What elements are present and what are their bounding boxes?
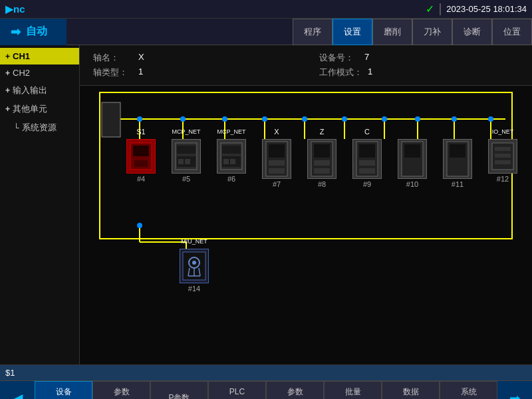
device-x7-icon xyxy=(262,139,291,179)
info-panel: 轴名： X 设备号： 7 轴类型： 1 工作模式： 1 xyxy=(80,45,532,86)
device-miu14[interactable]: MIU_NET #14 xyxy=(173,235,215,293)
device-mcp5-icon xyxy=(172,139,201,174)
device-s1-label: S1 xyxy=(136,126,145,138)
nav-tool-comp[interactable]: 刀补 xyxy=(412,19,452,45)
btm-btn-data-manage[interactable]: 数据 管理 ▼ xyxy=(382,381,440,400)
device-11[interactable]: #11 xyxy=(436,126,479,188)
svg-point-17 xyxy=(342,116,347,122)
sidebar-label-other: 其他单元 xyxy=(13,103,47,115)
svg-rect-38 xyxy=(223,159,229,164)
mode-arrow-icon: ➡ xyxy=(11,25,21,39)
svg-rect-34 xyxy=(185,159,190,164)
svg-rect-33 xyxy=(178,159,184,164)
svg-rect-51 xyxy=(359,168,375,174)
sidebar-item-ch1[interactable]: + CH1 xyxy=(0,48,79,65)
nav-position[interactable]: 位置 xyxy=(492,19,532,45)
device-c9-icon xyxy=(352,139,382,179)
nav-program[interactable]: 程序 xyxy=(293,19,332,45)
device-10[interactable]: #10 xyxy=(391,126,434,188)
device-s1-icon xyxy=(126,139,156,174)
btm-btn-plc-switch[interactable]: PLC 开关 ▼ xyxy=(208,381,266,400)
device-mcp5-label: MCP_NET xyxy=(172,126,200,138)
svg-rect-36 xyxy=(222,146,241,154)
content-panel: 轴名： X 设备号： 7 轴类型： 1 工作模式： 1 xyxy=(80,45,532,364)
device-11-number: #11 xyxy=(452,180,464,188)
svg-rect-59 xyxy=(495,160,511,164)
device-no-label: 设备号： xyxy=(319,52,359,64)
plus-icon-ch2: + xyxy=(5,68,10,78)
statusbar: $1 xyxy=(0,364,532,380)
svg-point-12 xyxy=(137,116,142,122)
btm-btn-p-param[interactable]: P参数 ▼ xyxy=(150,381,208,400)
bottom-next-button[interactable]: ➡ xyxy=(497,381,532,400)
svg-point-13 xyxy=(180,116,186,122)
device-z8-number: #8 xyxy=(318,180,326,188)
work-mode-value: 1 xyxy=(368,66,372,78)
axis-name-label: 轴名： xyxy=(93,52,133,64)
titlebar: ▶nc ✓ 2023-05-25 18:01:34 xyxy=(0,0,532,19)
device-z8-icon xyxy=(307,139,336,179)
svg-point-20 xyxy=(452,116,457,122)
device-mcp6[interactable]: MCP_NET #6 xyxy=(210,126,253,183)
device-c9-number: #9 xyxy=(363,180,371,188)
svg-rect-28 xyxy=(133,146,149,156)
device-io12-label: IO_NET xyxy=(492,126,514,138)
sidebar: + CH1 + CH2 + 输入输出 + 其他单元 └ 系统资源 xyxy=(0,45,80,364)
device-no-row: 设备号： 7 xyxy=(319,52,519,64)
device-io13[interactable]: IO_NET #13 xyxy=(527,126,532,183)
datetime: 2023-05-25 18:01:34 xyxy=(446,4,527,14)
device-mcp6-number: #6 xyxy=(227,175,235,183)
device-z8-label: Z xyxy=(320,126,325,138)
svg-rect-22 xyxy=(102,102,120,137)
network-diagram: S1 #4 MCP_NET #5 MCP_NET xyxy=(80,86,532,299)
svg-rect-47 xyxy=(314,168,330,174)
device-io12[interactable]: IO_NET #12 xyxy=(481,126,524,183)
miu-label: MIU_NET xyxy=(181,235,207,247)
device-s1[interactable]: S1 #4 xyxy=(120,126,162,183)
btm-btn-device-config[interactable]: 设备 配置 ▼ xyxy=(35,381,92,400)
sidebar-item-other[interactable]: + 其他单元 xyxy=(0,100,79,118)
status-text: $1 xyxy=(5,368,15,378)
miu-number: #14 xyxy=(188,285,200,293)
nav-diagnosis[interactable]: 诊断 xyxy=(452,19,492,45)
device-mcp5-number: #5 xyxy=(182,175,190,183)
svg-rect-42 xyxy=(269,160,285,166)
mode-button[interactable]: ➡ 自动 xyxy=(0,19,66,45)
bottom-button-group: 设备 配置 ▼ 参数 设置 ▼ P参数 ▼ PLC 开关 ▼ 参数 配置 ▼ 批… xyxy=(35,381,497,400)
check-icon: ✓ xyxy=(426,3,434,15)
sidebar-item-io[interactable]: + 输入输出 xyxy=(0,81,79,100)
device-no-value: 7 xyxy=(364,52,369,64)
svg-point-19 xyxy=(415,116,420,122)
btm-btn-param-settings[interactable]: 参数 设置 ▼ xyxy=(92,381,150,400)
device-z8[interactable]: Z #8 xyxy=(301,126,343,188)
device-c9[interactable]: C #9 xyxy=(346,126,388,188)
btm-btn-sys-upgrade[interactable]: 系统 升级 ▼ xyxy=(440,381,497,400)
miu-section: MIU_NET #14 xyxy=(173,235,215,293)
btm-btn-param-config[interactable]: 参数 配置 ▼ xyxy=(266,381,324,400)
device-c9-label: C xyxy=(364,126,370,138)
btm-btn-batch-debug[interactable]: 批量 调试 ▼ xyxy=(324,381,382,400)
nav-grinding[interactable]: 磨削 xyxy=(372,19,412,45)
nav-buttons: 程序 设置 磨削 刀补 诊断 位置 xyxy=(293,19,532,45)
svg-point-21 xyxy=(488,116,493,122)
device-s1-number: #4 xyxy=(137,175,145,183)
nav-settings[interactable]: 设置 xyxy=(332,19,372,45)
plus-icon-io: + xyxy=(5,86,10,95)
svg-rect-29 xyxy=(134,160,148,167)
svg-rect-49 xyxy=(359,144,375,158)
sidebar-label-ch1: CH1 xyxy=(13,51,30,61)
work-mode-label: 工作模式： xyxy=(319,66,362,78)
svg-rect-41 xyxy=(269,144,285,158)
bottom-prev-button[interactable]: ◀ xyxy=(0,381,35,400)
sidebar-item-sysres[interactable]: └ 系统资源 xyxy=(0,118,79,137)
svg-rect-53 xyxy=(404,144,420,158)
corner-icon-sysres: └ xyxy=(13,123,19,132)
axis-type-row: 轴类型： 1 xyxy=(93,66,293,78)
device-x7-label: X xyxy=(274,126,279,138)
sidebar-label-sysres: 系统资源 xyxy=(22,122,57,134)
svg-point-16 xyxy=(302,116,307,122)
sidebar-item-ch2[interactable]: + CH2 xyxy=(0,65,79,81)
device-mcp5[interactable]: MCP_NET #5 xyxy=(165,126,207,183)
device-x7[interactable]: X #7 xyxy=(255,126,298,188)
svg-point-26 xyxy=(137,223,142,228)
